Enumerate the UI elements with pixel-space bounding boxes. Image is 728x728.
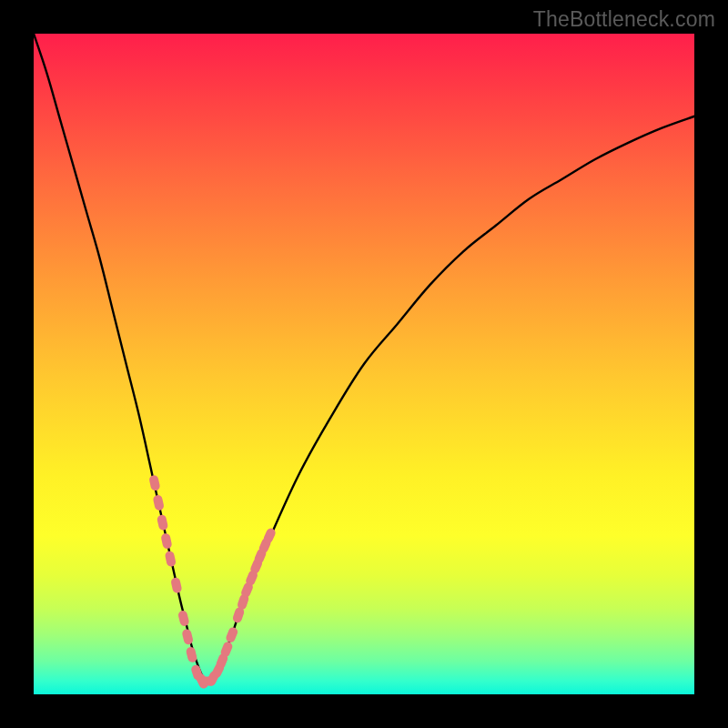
bottleneck-curve — [34, 34, 694, 682]
data-marker — [170, 577, 182, 594]
data-marker — [152, 494, 164, 511]
data-marker — [165, 551, 177, 568]
plot-area — [34, 34, 694, 694]
data-marker — [148, 474, 160, 491]
data-marker — [157, 514, 168, 531]
watermark-text: TheBottleneck.com — [533, 7, 715, 32]
data-marker — [160, 532, 172, 550]
data-marker — [225, 626, 239, 643]
data-marker — [177, 610, 190, 627]
data-markers — [148, 474, 277, 690]
outer-frame: TheBottleneck.com — [0, 0, 728, 728]
chart-svg — [34, 34, 694, 694]
data-marker — [181, 628, 194, 645]
